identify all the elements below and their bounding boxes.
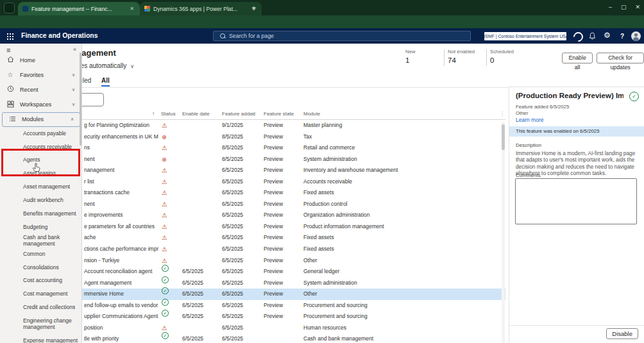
- table-row[interactable]: ctions cache performance impro...⚠6/5/20…: [26, 244, 505, 255]
- module-cell: Cash and bank management: [303, 333, 496, 343]
- module-item-consolidations[interactable]: Consolidations: [0, 261, 81, 274]
- waffle-menu-icon[interactable]: [6, 33, 13, 40]
- table-row[interactable]: upplier Communications Agent✓6/5/20256/5…: [26, 311, 505, 322]
- sidebar-item-home[interactable]: Home: [0, 53, 81, 67]
- sort-desc-icon[interactable]: ↓: [251, 111, 254, 117]
- search-icon: [220, 33, 225, 38]
- table-row[interactable]: nent⊗8/5/2025PreviewSystem administratio…: [26, 154, 505, 165]
- module-item-credit-and-collections[interactable]: Credit and collections: [0, 301, 81, 315]
- minimize-button[interactable]: –: [609, 0, 612, 14]
- column-status[interactable]: Status: [161, 111, 176, 117]
- learn-more-link[interactable]: Learn more: [516, 117, 543, 123]
- feature-name-cell: r list: [84, 176, 158, 188]
- table-row[interactable]: nanagement⚠6/5/2025PreviewInventory and …: [26, 165, 505, 176]
- panel-divider: [509, 325, 644, 326]
- table-row[interactable]: nsion - Turkiye⚠6/5/2025PreviewOther: [26, 255, 505, 267]
- module-cell: Other: [303, 289, 496, 300]
- table-row[interactable]: Agent management✓6/5/20256/5/2025Preview…: [26, 278, 505, 289]
- table-row[interactable]: nent⚠6/5/2025PreviewProduction control: [26, 199, 505, 210]
- enable-all-button[interactable]: Enable all: [562, 53, 593, 63]
- module-item-accounts-payable[interactable]: Accounts payable: [0, 127, 81, 140]
- check-for-updates-button[interactable]: Check for updates: [597, 53, 644, 63]
- column-enable-date[interactable]: Enable date: [182, 111, 210, 117]
- column-feature-state[interactable]: Feature state: [264, 111, 294, 117]
- company-selector[interactable]: USMF | Contoso Entertainment System USA: [484, 32, 566, 40]
- table-row[interactable]: transactions cache⚠6/5/2025PreviewFixed …: [26, 187, 505, 199]
- settings-gear-icon[interactable]: ⚙: [604, 31, 611, 40]
- module-item-common[interactable]: Common: [0, 247, 81, 261]
- module-item-expense-management[interactable]: Expense management: [0, 334, 81, 343]
- feature-state-cell: Preview: [264, 289, 283, 300]
- window-controls: – ▢ ✕: [609, 0, 643, 14]
- module-item-engineering-change-management[interactable]: Engineering change management: [0, 314, 81, 334]
- comments-textarea[interactable]: [515, 178, 637, 224]
- feature-name-cell: transactions cache: [84, 187, 158, 199]
- module-item-label: Budgeting: [23, 224, 78, 231]
- table-row[interactable]: ns⚠8/5/2025PreviewRetail and commerce: [26, 142, 505, 154]
- module-item-asset-management[interactable]: Asset management: [0, 181, 81, 194]
- module-item-benefits-management[interactable]: Benefits management: [0, 207, 81, 221]
- tab-close-icon[interactable]: ✕: [128, 6, 135, 12]
- warning-triangle-icon: ⚠: [162, 187, 167, 199]
- modules-icon: [8, 115, 16, 124]
- new-tab-button[interactable]: +: [251, 2, 257, 15]
- module-item-cost-accounting[interactable]: Cost accounting: [0, 274, 81, 288]
- module-item-budgeting[interactable]: Budgeting: [0, 221, 81, 234]
- grid-options-icon[interactable]: ⋮: [500, 111, 505, 117]
- table-scrollbar[interactable]: [502, 122, 505, 343]
- enable-date-cell: 6/5/2025: [182, 266, 203, 278]
- tab-title: Feature management -- Financ...: [31, 6, 125, 12]
- feature-name-cell: nanagement: [84, 165, 158, 176]
- page-search-box[interactable]: Search for a page: [213, 31, 471, 41]
- sidebar-item-workspaces[interactable]: Workspaces∨: [0, 97, 81, 112]
- warning-triangle-icon: ⚠: [162, 165, 167, 176]
- help-icon[interactable]: ?: [620, 33, 624, 40]
- maximize-button[interactable]: ▢: [621, 0, 627, 14]
- feature-state-cell: Preview: [264, 199, 283, 210]
- sidebar-item-recent[interactable]: Recent∨: [0, 82, 81, 97]
- tab-all[interactable]: All: [101, 77, 110, 87]
- table-row[interactable]: mmersive Home✓6/5/20256/5/2025PreviewOth…: [26, 289, 505, 300]
- feature-name-cell: tle with priority: [84, 333, 158, 343]
- table-row[interactable]: Account reconciliation agent✓6/5/20256/5…: [26, 266, 505, 278]
- table-row[interactable]: tle with priority✓6/5/20256/5/2025Cash a…: [26, 333, 505, 343]
- user-avatar[interactable]: [631, 31, 641, 41]
- table-row[interactable]: r list⚠6/5/2025PreviewAccounts receivabl…: [26, 176, 505, 188]
- column-feature-added[interactable]: Feature added: [222, 111, 255, 117]
- browser-tab[interactable]: Dynamics 365 apps | Power Plat...✕: [140, 2, 262, 15]
- product-title: Finance and Operations: [21, 31, 98, 39]
- stat-value: 0: [490, 56, 529, 64]
- scrollbar-thumb[interactable]: [502, 124, 505, 150]
- feature-added-cell: 6/5/2025: [222, 278, 243, 289]
- table-row[interactable]: e parameters for all countries⚠6/5/2025P…: [26, 221, 505, 233]
- close-button[interactable]: ✕: [635, 0, 640, 14]
- browser-tab[interactable]: Feature management -- Financ...✕: [18, 2, 140, 15]
- table-row[interactable]: ecurity enhancements in UK M...⊗8/5/2025…: [26, 131, 505, 143]
- module-item-cash-and-bank-management[interactable]: Cash and bank management: [0, 234, 81, 247]
- module-cell: Procurement and sourcing: [303, 311, 496, 322]
- disable-button[interactable]: Disable: [606, 328, 638, 339]
- notifications-bell-icon[interactable]: [589, 32, 596, 40]
- module-item-label: Audit workbench: [23, 197, 78, 204]
- table-row[interactable]: end follow-up emails to vendor...✓6/5/20…: [26, 300, 505, 312]
- feature-detail-panel: (Production Ready Preview) Immersiv... ✓…: [509, 87, 644, 343]
- table-row[interactable]: e improvements⚠6/5/2025PreviewOrganizati…: [26, 210, 505, 221]
- feature-stats: New1Not enabled74Scheduled0: [405, 49, 529, 68]
- warning-triangle-icon: ⚠: [162, 120, 167, 131]
- collapse-pane-icon[interactable]: «: [73, 46, 76, 53]
- sidebar-item-favorites[interactable]: ☆Favorites∨: [0, 67, 81, 82]
- column-module[interactable]: Module: [303, 111, 320, 117]
- sort-asc-icon[interactable]: ↑: [152, 111, 155, 117]
- finance-ops-favicon: [22, 6, 28, 12]
- module-cell: Inventory and warehouse management: [303, 165, 496, 176]
- sidebar-item-modules[interactable]: Modules∧: [2, 112, 80, 127]
- feature-name-cell: end follow-up emails to vendor...: [84, 300, 158, 312]
- table-row[interactable]: g for Planning Optimization⚠9/1/2025Prev…: [26, 120, 505, 131]
- feature-state-cell: Preview: [264, 221, 283, 233]
- table-row[interactable]: position⚠6/5/2025Human resources: [26, 322, 505, 334]
- module-item-cost-management[interactable]: Cost management: [0, 288, 81, 301]
- module-item-audit-workbench[interactable]: Audit workbench: [0, 194, 81, 207]
- nav-scrollbar[interactable]: [80, 53, 81, 146]
- table-row[interactable]: ache⚠6/5/2025PreviewFixed assets: [26, 232, 505, 244]
- module-cell: Accounts receivable: [303, 176, 496, 188]
